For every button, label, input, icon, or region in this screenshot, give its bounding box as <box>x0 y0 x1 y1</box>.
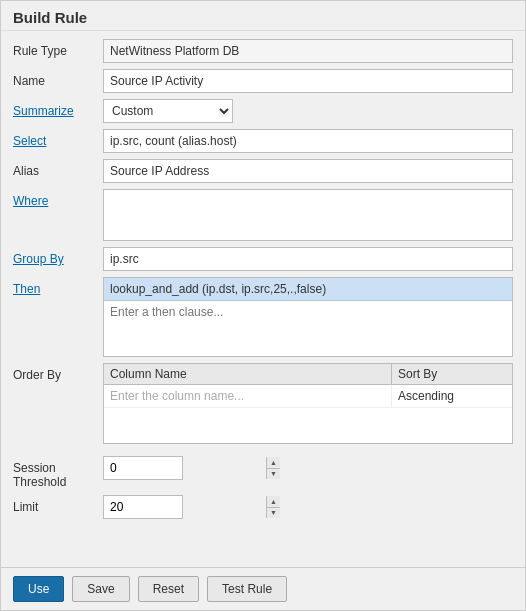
limit-spinner-btns: ▲ ▼ <box>266 496 280 518</box>
dialog-footer: Use Save Reset Test Rule <box>1 567 525 610</box>
select-row: Select <box>13 129 513 153</box>
dialog-title: Build Rule <box>1 1 525 31</box>
where-row: Where <box>13 189 513 241</box>
order-by-col1-header: Column Name <box>104 364 392 384</box>
limit-decrement[interactable]: ▼ <box>267 508 280 519</box>
select-input[interactable] <box>103 129 513 153</box>
use-button[interactable]: Use <box>13 576 64 602</box>
order-by-name-cell[interactable]: Enter the column name... <box>104 385 392 407</box>
order-by-body[interactable]: Enter the column name... Ascending <box>103 384 513 444</box>
dialog-body: Rule Type NetWitness Platform DB Name Su… <box>1 31 525 567</box>
session-threshold-spinner-btns: ▲ ▼ <box>266 457 280 479</box>
rule-type-row: Rule Type NetWitness Platform DB <box>13 39 513 63</box>
session-threshold-decrement[interactable]: ▼ <box>267 469 280 480</box>
name-input[interactable] <box>103 69 513 93</box>
order-by-label: Order By <box>13 363 103 382</box>
group-by-row: Group By <box>13 247 513 271</box>
limit-row: Limit ▲ ▼ <box>13 495 513 519</box>
alias-label: Alias <box>13 159 103 178</box>
limit-label: Limit <box>13 495 103 514</box>
where-label[interactable]: Where <box>13 189 103 208</box>
alias-row: Alias <box>13 159 513 183</box>
then-container[interactable]: lookup_and_add (ip.dst, ip.src,25,.,fals… <box>103 277 513 357</box>
limit-increment[interactable]: ▲ <box>267 496 280 508</box>
order-by-col2-header: Sort By <box>392 364 512 384</box>
order-by-entry-row: Enter the column name... Ascending <box>104 385 512 408</box>
then-selected-item[interactable]: lookup_and_add (ip.dst, ip.src,25,.,fals… <box>104 278 512 301</box>
save-button[interactable]: Save <box>72 576 129 602</box>
order-by-header: Column Name Sort By <box>103 363 513 384</box>
session-threshold-label: Session Threshold <box>13 456 103 489</box>
summarize-row: Summarize Custom None All <box>13 99 513 123</box>
order-by-sort-cell[interactable]: Ascending <box>392 385 512 407</box>
name-row: Name <box>13 69 513 93</box>
then-row: Then lookup_and_add (ip.dst, ip.src,25,.… <box>13 277 513 357</box>
session-threshold-spinner[interactable]: ▲ ▼ <box>103 456 183 480</box>
summarize-label[interactable]: Summarize <box>13 99 103 118</box>
order-by-row: Order By Column Name Sort By Enter the c… <box>13 363 513 444</box>
test-rule-button[interactable]: Test Rule <box>207 576 287 602</box>
group-by-input[interactable] <box>103 247 513 271</box>
group-by-label[interactable]: Group By <box>13 247 103 266</box>
order-by-container: Column Name Sort By Enter the column nam… <box>103 363 513 444</box>
alias-input[interactable] <box>103 159 513 183</box>
summarize-select[interactable]: Custom None All <box>103 99 233 123</box>
limit-input[interactable] <box>104 496 266 518</box>
where-input[interactable] <box>103 189 513 241</box>
reset-button[interactable]: Reset <box>138 576 199 602</box>
session-threshold-input[interactable] <box>104 457 266 479</box>
session-threshold-row: Session Threshold ▲ ▼ <box>13 456 513 489</box>
select-label[interactable]: Select <box>13 129 103 148</box>
rule-type-value: NetWitness Platform DB <box>103 39 513 63</box>
then-label[interactable]: Then <box>13 277 103 296</box>
build-rule-dialog: Build Rule Rule Type NetWitness Platform… <box>0 0 526 611</box>
then-input[interactable] <box>104 301 512 351</box>
session-threshold-increment[interactable]: ▲ <box>267 457 280 469</box>
name-label: Name <box>13 69 103 88</box>
limit-spinner[interactable]: ▲ ▼ <box>103 495 183 519</box>
rule-type-label: Rule Type <box>13 39 103 58</box>
